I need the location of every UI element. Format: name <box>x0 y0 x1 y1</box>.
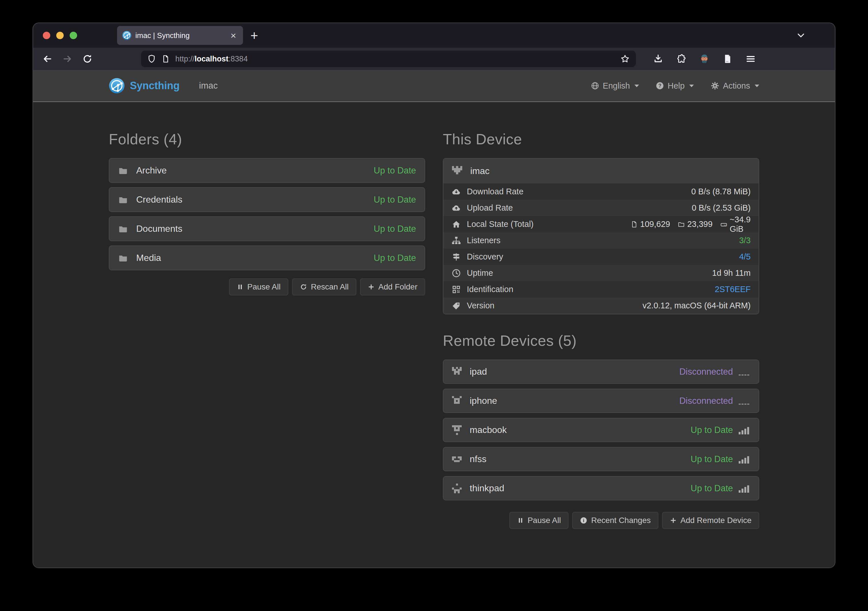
url-port: :8384 <box>228 54 248 63</box>
url-text[interactable]: http://localhost:8384 <box>175 54 620 64</box>
stat-value: 0 B/s (2.53 GiB) <box>692 203 751 213</box>
tab-list-chevron-icon[interactable] <box>795 30 806 41</box>
syncthing-logo-icon <box>109 78 125 94</box>
local-state-folders: 23,399 <box>677 215 713 234</box>
maximize-window-button[interactable] <box>70 32 77 39</box>
plus-icon <box>670 517 677 524</box>
syncthing-brand[interactable]: Syncthing <box>109 78 180 94</box>
browser-tab[interactable]: imac | Syncthing × <box>117 26 243 45</box>
device-identicon <box>452 396 462 406</box>
stat-label: Download Rate <box>467 187 691 196</box>
new-tab-button[interactable]: + <box>250 29 258 42</box>
clock-icon <box>451 268 461 278</box>
reload-icon[interactable] <box>82 53 93 65</box>
recent-changes-button[interactable]: i Recent Changes <box>572 512 659 529</box>
folder-icon <box>677 221 685 228</box>
stat-row-version: Version v2.0.12, macOS (64-bit ARM) <box>443 297 759 314</box>
menu-hamburger-icon[interactable] <box>745 53 756 65</box>
add-remote-device-button[interactable]: Add Remote Device <box>662 512 759 529</box>
url-bar[interactable]: http://localhost:8384 <box>141 51 636 67</box>
toolbar-icons <box>653 53 756 65</box>
local-folders-count: 23,399 <box>687 219 713 229</box>
identification-link[interactable]: 2ST6EEF <box>715 285 751 294</box>
syncthing-favicon <box>122 31 131 40</box>
gear-icon <box>710 81 719 90</box>
downloads-icon[interactable] <box>653 53 664 65</box>
forward-icon[interactable] <box>62 53 73 65</box>
language-menu-label: English <box>603 81 630 90</box>
folders-heading: Folders (4) <box>109 131 425 148</box>
extensions-puzzle-icon[interactable] <box>676 53 687 64</box>
folder-icon <box>118 165 128 176</box>
actions-menu-label: Actions <box>723 81 750 90</box>
help-menu[interactable]: ? Help <box>656 81 694 90</box>
stat-value: 4/5 <box>739 252 751 261</box>
stat-label: Upload Rate <box>467 203 692 213</box>
stat-label: Version <box>467 301 642 310</box>
this-device-panel: imac Download Rate 0 B/s (8.78 MiB) Uplo… <box>443 158 759 314</box>
caret-down-icon <box>689 85 694 87</box>
device-name: iphone <box>470 395 679 406</box>
pause-all-devices-button[interactable]: Pause All <box>509 512 569 529</box>
brand-name: Syncthing <box>130 80 180 92</box>
folder-icon <box>118 224 128 234</box>
alien-extension-icon[interactable] <box>699 53 710 65</box>
tab-title: imac | Syncthing <box>135 31 229 40</box>
device-status: Disconnected <box>679 367 733 377</box>
folder-name: Media <box>136 253 374 263</box>
folder-row[interactable]: Media Up to Date <box>109 246 425 271</box>
dashboard: Folders (4) Archive Up to Date Credentia… <box>109 102 759 529</box>
browser-window: imac | Syncthing × + http://localhost:83… <box>33 23 835 568</box>
signal-strength-icon <box>739 367 750 376</box>
add-folder-button[interactable]: Add Folder <box>360 278 425 295</box>
pause-all-label: Pause All <box>528 516 561 525</box>
device-identicon <box>452 166 462 176</box>
url-scheme: http:// <box>175 54 195 63</box>
this-device-header[interactable]: imac <box>443 159 759 183</box>
tab-close-icon[interactable]: × <box>229 31 238 40</box>
device-status: Up to Date <box>691 483 733 494</box>
bookmark-star-icon[interactable] <box>620 54 630 64</box>
local-size: ~34.9 GiB <box>730 215 751 234</box>
page-info-icon[interactable] <box>161 54 170 64</box>
pause-all-folders-button[interactable]: Pause All <box>229 278 288 295</box>
folder-actions: Pause All Rescan All Add Folder <box>109 278 425 295</box>
browser-tab-bar: imac | Syncthing × + <box>33 23 835 48</box>
remote-device-row[interactable]: iphone Disconnected <box>443 389 759 413</box>
device-status: Disconnected <box>679 396 733 406</box>
remote-device-row[interactable]: nfss Up to Date <box>443 447 759 471</box>
question-circle-icon: ? <box>656 81 664 90</box>
navbar-menus: English ? Help Actions <box>591 81 759 90</box>
stat-row-listeners: Listeners 3/3 <box>443 232 759 249</box>
remote-device-row[interactable]: macbook Up to Date <box>443 418 759 442</box>
folders-column: Folders (4) Archive Up to Date Credentia… <box>109 106 425 529</box>
close-window-button[interactable] <box>43 32 50 39</box>
stat-row-upload-rate: Upload Rate 0 B/s (2.53 GiB) <box>443 200 759 216</box>
stat-value: 0 B/s (8.78 MiB) <box>691 187 751 196</box>
hdd-icon <box>720 221 727 228</box>
stat-value: v2.0.12, macOS (64-bit ARM) <box>642 301 751 310</box>
local-state-files: 109,629 <box>631 215 670 234</box>
device-identicon <box>452 454 462 464</box>
folder-row[interactable]: Credentials Up to Date <box>109 187 425 212</box>
this-device-name: imac <box>470 166 750 176</box>
folder-status: Up to Date <box>374 194 416 205</box>
folder-row[interactable]: Archive Up to Date <box>109 158 425 183</box>
remote-device-row[interactable]: ipad Disconnected <box>443 359 759 384</box>
minimize-window-button[interactable] <box>56 32 64 39</box>
shield-icon[interactable] <box>147 54 157 64</box>
rescan-all-label: Rescan All <box>311 282 349 291</box>
page-content: Syncthing imac English ? <box>33 70 835 568</box>
actions-menu[interactable]: Actions <box>710 81 759 90</box>
folder-row[interactable]: Documents Up to Date <box>109 216 425 241</box>
remote-device-row[interactable]: thinkpad Up to Date <box>443 476 759 501</box>
device-identicon <box>452 367 462 377</box>
remote-devices-heading: Remote Devices (5) <box>443 332 759 349</box>
back-icon[interactable] <box>42 53 53 65</box>
stat-row-identification: Identification 2ST6EEF <box>443 281 759 297</box>
rescan-all-button[interactable]: Rescan All <box>292 278 356 295</box>
language-menu[interactable]: English <box>591 81 639 90</box>
local-state-size: ~34.9 GiB <box>720 215 751 234</box>
reader-page-icon[interactable] <box>722 53 733 64</box>
tag-icon <box>451 301 461 311</box>
